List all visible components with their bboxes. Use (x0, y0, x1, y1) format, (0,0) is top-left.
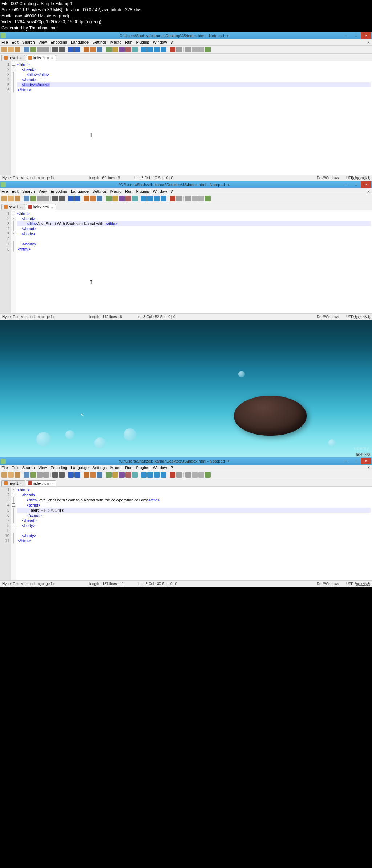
menubar-close-icon[interactable]: X (367, 466, 370, 470)
toolbar-button-9[interactable] (68, 472, 74, 478)
toolbar-button-23[interactable] (170, 47, 175, 52)
menu-edit[interactable]: Edit (12, 189, 19, 193)
menu-encoding[interactable]: Encoding (50, 189, 67, 193)
menu-encoding[interactable]: Encoding (50, 40, 67, 44)
toolbar-button-26[interactable] (192, 47, 198, 52)
toolbar-button-0[interactable] (1, 196, 7, 201)
menu-run[interactable]: Run (125, 465, 132, 470)
tab-new-1[interactable]: new 1× (1, 480, 25, 486)
toolbar-button-22[interactable] (161, 47, 166, 52)
toolbar-button-3[interactable] (24, 196, 29, 201)
toolbar-button-13[interactable] (97, 196, 102, 201)
menu-settings[interactable]: Settings (92, 40, 107, 44)
toolbar-button-12[interactable] (90, 472, 96, 478)
toolbar-button-9[interactable] (68, 47, 74, 52)
toolbar-button-2[interactable] (15, 47, 20, 52)
menu-window[interactable]: Window (153, 40, 167, 44)
toolbar-button-28[interactable] (205, 472, 211, 478)
toolbar-button-25[interactable] (185, 472, 191, 478)
close-button[interactable]: ✕ (361, 458, 371, 464)
menu-window[interactable]: Window (153, 465, 167, 470)
maximize-button[interactable]: □ (351, 458, 361, 464)
menu-file[interactable]: File (1, 465, 8, 470)
menu-edit[interactable]: Edit (12, 465, 19, 470)
toolbar-button-5[interactable] (37, 472, 43, 478)
toolbar-button-13[interactable] (97, 472, 102, 478)
toolbar-button-0[interactable] (1, 47, 7, 52)
tab-close-icon[interactable]: × (50, 205, 53, 208)
toolbar-button-17[interactable] (125, 47, 131, 52)
tab-close-icon[interactable]: × (50, 482, 53, 485)
toolbar-button-24[interactable] (176, 196, 182, 201)
menu-edit[interactable]: Edit (12, 40, 19, 44)
toolbar-button-19[interactable] (141, 472, 147, 478)
toolbar-button-5[interactable] (37, 47, 43, 52)
toolbar-button-13[interactable] (97, 47, 102, 52)
menu-?[interactable]: ? (171, 40, 173, 44)
toolbar-button-7[interactable] (52, 472, 58, 478)
close-button[interactable]: ✕ (361, 181, 371, 188)
toolbar-button-7[interactable] (52, 47, 58, 52)
tab-new-1[interactable]: new 1× (1, 55, 25, 61)
toolbar-button-18[interactable] (132, 196, 138, 201)
toolbar-button-7[interactable] (52, 196, 58, 201)
toolbar-button-27[interactable] (198, 47, 204, 52)
menu-run[interactable]: Run (125, 189, 132, 193)
toolbar-button-17[interactable] (125, 472, 131, 478)
menu-language[interactable]: Language (71, 465, 89, 470)
toolbar-button-21[interactable] (154, 472, 160, 478)
titlebar[interactable]: *C:\Users\Shahzaib kamal\Desktop\JS\inde… (0, 181, 372, 188)
toolbar-button-2[interactable] (15, 196, 20, 201)
menu-macro[interactable]: Macro (110, 465, 122, 470)
toolbar-button-21[interactable] (154, 47, 160, 52)
toolbar-button-6[interactable] (43, 472, 49, 478)
menu-search[interactable]: Search (22, 465, 35, 470)
toolbar-button-5[interactable] (37, 196, 43, 201)
toolbar-button-10[interactable] (74, 196, 80, 201)
toolbar-button-10[interactable] (74, 472, 80, 478)
menu-window[interactable]: Window (153, 189, 167, 193)
tab-index-html[interactable]: index.html× (26, 204, 56, 210)
toolbar-button-14[interactable] (106, 196, 112, 201)
toolbar-button-4[interactable] (30, 47, 36, 52)
fold-margin[interactable]: −−−− (11, 487, 16, 580)
toolbar-button-15[interactable] (112, 196, 118, 201)
toolbar-button-4[interactable] (30, 196, 36, 201)
toolbar-button-6[interactable] (43, 196, 49, 201)
tab-new-1[interactable]: new 1× (1, 204, 25, 210)
menubar-close-icon[interactable]: X (367, 40, 370, 44)
menu-macro[interactable]: Macro (110, 40, 122, 44)
toolbar-button-24[interactable] (176, 472, 182, 478)
toolbar-button-3[interactable] (24, 47, 29, 52)
toolbar-button-4[interactable] (30, 472, 36, 478)
toolbar-button-6[interactable] (43, 47, 49, 52)
toolbar-button-11[interactable] (84, 196, 89, 201)
code-area[interactable]: <html> <head> <title></title> </head> <b… (16, 61, 372, 175)
toolbar-button-19[interactable] (141, 196, 147, 201)
toolbar-button-15[interactable] (112, 472, 118, 478)
menu-plugins[interactable]: Plugins (136, 465, 149, 470)
code-editor[interactable]: 123456 −− <html> <head> <title></title> … (0, 61, 372, 175)
tab-close-icon[interactable]: × (20, 205, 23, 208)
minimize-button[interactable]: ─ (341, 181, 351, 188)
toolbar-button-25[interactable] (185, 47, 191, 52)
toolbar-button-8[interactable] (59, 472, 65, 478)
toolbar-button-9[interactable] (68, 196, 74, 201)
fold-margin[interactable]: −−− (11, 210, 16, 313)
toolbar-button-23[interactable] (170, 196, 175, 201)
toolbar-button-16[interactable] (119, 196, 125, 201)
maximize-button[interactable]: □ (351, 32, 361, 39)
toolbar-button-18[interactable] (132, 47, 138, 52)
toolbar-button-8[interactable] (59, 196, 65, 201)
fold-margin[interactable]: −− (11, 61, 16, 175)
titlebar[interactable]: C:\Users\Shahzaib kamal\Desktop\JS\index… (0, 32, 372, 39)
toolbar-button-24[interactable] (176, 47, 182, 52)
toolbar-button-10[interactable] (74, 47, 80, 52)
toolbar-button-16[interactable] (119, 472, 125, 478)
toolbar-button-20[interactable] (147, 472, 153, 478)
menu-file[interactable]: File (1, 189, 8, 193)
toolbar-button-28[interactable] (205, 47, 211, 52)
menu-view[interactable]: View (39, 465, 47, 470)
tab-close-icon[interactable]: × (20, 482, 23, 485)
toolbar-button-28[interactable] (205, 196, 211, 201)
